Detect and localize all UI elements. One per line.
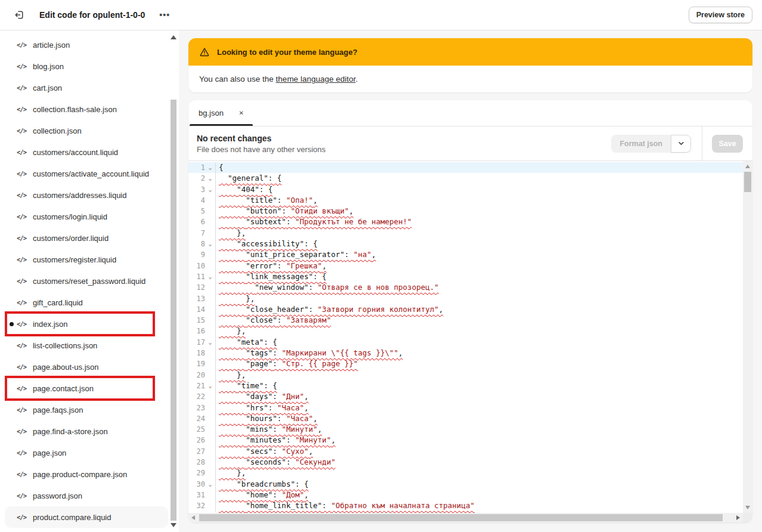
sidebar-scrollbar[interactable] [171, 30, 176, 532]
editor-horizontal-scrollbar[interactable] [188, 513, 743, 522]
code-editor[interactable]: 1⌄{2⌄ "general": {3⌄ "404": {4 "title": … [188, 161, 752, 522]
code-line-8[interactable]: 8⌄ "accessibility": { [188, 239, 743, 249]
fold-arrow-icon[interactable]: ⌄ [205, 184, 215, 195]
fold-spacer [205, 282, 215, 293]
fold-arrow-icon[interactable]: ⌄ [205, 479, 215, 490]
code-line-10[interactable]: 10 "error": "Грешка", [188, 261, 743, 271]
fold-arrow-icon[interactable]: ⌄ [205, 239, 215, 249]
sidebar-item-page-find-a-store-json[interactable]: </>page.find-a-store.json [0, 420, 179, 442]
sidebar-item-product-json[interactable]: </>product.json [0, 528, 179, 532]
gutter-cell: 31 [188, 490, 216, 500]
sidebar-item-customers-login-liquid[interactable]: </>customers/login.liquid [0, 206, 179, 227]
sidebar-item-page-about-us-json[interactable]: </>page.about-us.json [0, 356, 179, 378]
sidebar-item-cart-json[interactable]: </>cart.json [0, 77, 179, 98]
vertical-scrollbar-thumb[interactable] [744, 172, 751, 192]
code-line-27[interactable]: 27 "secs": "Сухо", [188, 446, 743, 457]
sidebar-item-page-faqs-json[interactable]: </>page.faqs.json [0, 399, 179, 420]
line-number: 29 [188, 468, 205, 478]
scroll-up-icon[interactable] [745, 165, 750, 168]
code-line-3[interactable]: 3⌄ "404": { [188, 184, 743, 195]
sidebar-scrollbar-thumb[interactable] [171, 100, 176, 521]
code-line-30[interactable]: 30⌄ "breadcrumbs": { [188, 479, 743, 490]
editor-vertical-scrollbar[interactable] [743, 161, 752, 513]
code-line-6[interactable]: 6 "subtext": "Продуктът не бе намерен!" [188, 216, 743, 227]
sidebar-item-index-json[interactable]: </>index.json [0, 313, 179, 335]
code-line-13[interactable]: 13 }, [188, 293, 743, 304]
code-line-17[interactable]: 17⌄ "meta": { [188, 337, 743, 348]
code-line-20[interactable]: 20 }, [188, 370, 743, 381]
code-line-14[interactable]: 14 "close_header": "Затвори горния колон… [188, 304, 743, 315]
sidebar-item-customers-activate-account-liquid[interactable]: </>customers/activate_account.liquid [0, 163, 179, 184]
sidebar-item-gift-card-liquid[interactable]: </>gift_card.liquid [0, 292, 179, 313]
fold-arrow-icon[interactable]: ⌄ [205, 162, 215, 173]
line-number: 9 [188, 249, 205, 260]
code-line-18[interactable]: 18 "tags": "Маркирани \"{{ tags }}\"", [188, 348, 743, 358]
code-line-7[interactable]: 7 }, [188, 228, 743, 239]
sidebar-item-customers-order-liquid[interactable]: </>customers/order.liquid [0, 227, 179, 249]
sidebar-item-page-json[interactable]: </>page.json [0, 442, 179, 463]
sidebar-item-list-collections-json[interactable]: </>list-collections.json [0, 335, 179, 356]
code-line-5[interactable]: 5 "button": "Отиди вкъщи", [188, 206, 743, 216]
top-bar: Edit code for opulent-1-0-0 ••• Preview … [0, 0, 762, 30]
highlight-red-box [5, 311, 155, 336]
sidebar-item-collection-json[interactable]: </>collection.json [0, 120, 179, 141]
scroll-down-icon[interactable] [171, 523, 176, 527]
fold-arrow-icon[interactable]: ⌄ [205, 271, 215, 282]
code-line-19[interactable]: 19 "page": "Стр. {{ page }}" [188, 358, 743, 369]
exit-code-editor-button[interactable] [11, 7, 27, 23]
code-line-12[interactable]: 12 "new_window": "Отваря се в нов прозор… [188, 282, 743, 293]
tab-bg-json[interactable]: bg.json ✕ [188, 100, 254, 126]
fold-arrow-icon[interactable]: ⌄ [205, 337, 215, 348]
theme-language-banner: Looking to edit your theme language? You… [188, 38, 752, 92]
code-line-22[interactable]: 22 "days": "Дни", [188, 391, 743, 402]
sidebar-item-password-json[interactable]: </>password.json [0, 485, 179, 506]
sidebar-item-customers-account-liquid[interactable]: </>customers/account.liquid [0, 141, 179, 163]
sidebar-item-blog-json[interactable]: </>blog.json [0, 55, 179, 77]
code-line-25[interactable]: 25 "mins": "Минути", [188, 424, 743, 435]
code-line-32[interactable]: 32 "home_link_title": "Обратно към начал… [188, 500, 743, 511]
gutter-cell: 22 [188, 391, 216, 402]
code-line-23[interactable]: 23 "hrs": "Часа", [188, 403, 743, 413]
sidebar-item-product-compare-liquid[interactable]: </>product.compare.liquid [5, 506, 168, 528]
code-line-1[interactable]: 1⌄{ [188, 162, 743, 173]
code-line-11[interactable]: 11⌄ "link_messages": { [188, 271, 743, 282]
scroll-right-icon[interactable] [736, 515, 740, 520]
fold-spacer [205, 457, 215, 468]
file-name: customers/order.liquid [33, 234, 109, 243]
code-line-15[interactable]: 15 "close": "Затварям" [188, 315, 743, 326]
theme-language-editor-link[interactable]: theme language editor [276, 75, 356, 83]
code-line-content: "home": "Дом", [216, 490, 309, 500]
gutter-cell: 24 [188, 413, 216, 424]
code-line-9[interactable]: 9 "unit_price_separator": "на", [188, 249, 743, 260]
code-line-26[interactable]: 26 "minutes": "Минути", [188, 435, 743, 446]
sidebar-item-article-json[interactable]: </>article.json [0, 34, 179, 55]
scroll-down-icon[interactable] [745, 506, 750, 509]
sidebar-item-collection-flash-sale-json[interactable]: </>collection.flash-sale.json [0, 98, 179, 120]
code-line-4[interactable]: 4 "title": "Опа!", [188, 195, 743, 206]
scroll-left-icon[interactable] [191, 515, 195, 520]
scroll-up-icon[interactable] [171, 35, 176, 39]
sidebar-item-customers-register-liquid[interactable]: </>customers/register.liquid [0, 249, 179, 270]
sidebar-item-page-contact-json[interactable]: </>page.contact.json [0, 378, 179, 399]
code-line-16[interactable]: 16 }, [188, 326, 743, 336]
more-actions-button[interactable]: ••• [159, 10, 170, 20]
fold-arrow-icon[interactable]: ⌄ [205, 173, 215, 184]
code-line-24[interactable]: 24 "hours": "Часа", [188, 413, 743, 424]
horizontal-scrollbar-thumb[interactable] [199, 514, 723, 521]
code-line-21[interactable]: 21⌄ "time": { [188, 381, 743, 391]
code-line-2[interactable]: 2⌄ "general": { [188, 173, 743, 184]
file-name: gift_card.liquid [33, 298, 83, 307]
code-line-31[interactable]: 31 "home": "Дом", [188, 490, 743, 500]
fold-spacer [205, 370, 215, 381]
code-line-29[interactable]: 29 }, [188, 468, 743, 478]
sidebar-item-page-product-compare-json[interactable]: </>page.product-compare.json [0, 463, 179, 485]
sidebar-item-customers-addresses-liquid[interactable]: </>customers/addresses.liquid [0, 184, 179, 206]
close-tab-icon[interactable]: ✕ [239, 110, 244, 116]
code-line-28[interactable]: 28 "seconds": "Секунди" [188, 457, 743, 468]
save-button[interactable]: Save [712, 135, 743, 153]
sidebar-item-customers-reset-password-liquid[interactable]: </>customers/reset_password.liquid [0, 270, 179, 292]
preview-store-button[interactable]: Preview store [689, 7, 752, 23]
fold-arrow-icon[interactable]: ⌄ [205, 381, 215, 391]
format-json-button[interactable]: Format json [611, 135, 671, 153]
format-options-dropdown[interactable] [671, 135, 691, 153]
